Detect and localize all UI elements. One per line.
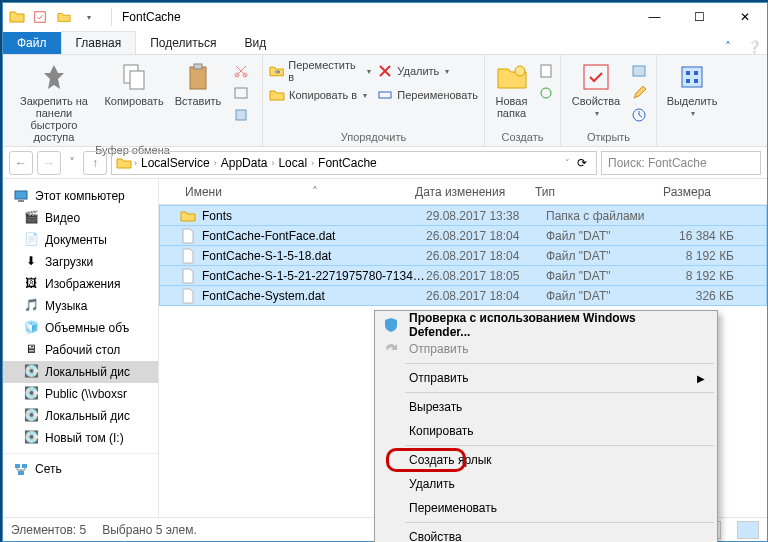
address-bar: ← → ˅ ↑ › LocalService› AppData› Local› … [3, 147, 767, 179]
new-folder-icon [496, 61, 528, 93]
chevron-right-icon: ▶ [697, 373, 705, 384]
nav-this-pc[interactable]: Этот компьютер [3, 185, 158, 207]
tab-share[interactable]: Поделиться [136, 32, 230, 54]
delete-ribbon[interactable]: Удалить▾ [377, 61, 478, 81]
new-folder[interactable]: Новая папка [491, 59, 532, 119]
file-row[interactable]: FontCache-S-1-5-21-2271975780-713428…26.… [159, 265, 767, 286]
nav-item[interactable]: 🖥Рабочий стол [3, 339, 158, 361]
ctx-copy[interactable]: Копировать [377, 419, 715, 443]
view-large[interactable] [737, 521, 759, 539]
ctx-delete[interactable]: Удалить [377, 472, 715, 496]
svg-rect-13 [584, 65, 608, 89]
nav-item[interactable]: 🖼Изображения [3, 273, 158, 295]
pin-quick-access[interactable]: Закрепить на панели быстрого доступа [9, 59, 99, 143]
search-input[interactable]: Поиск: FontCache [601, 151, 761, 175]
ctx-shortcut[interactable]: Создать ярлык [377, 448, 715, 472]
open-small[interactable] [631, 61, 647, 81]
pc-icon [13, 188, 29, 204]
navigation-pane[interactable]: Этот компьютер 🎬Видео📄Документы⬇Загрузки… [3, 179, 159, 517]
select-button[interactable]: Выделить▾ [663, 59, 721, 118]
group-label-organize: Упорядочить [269, 130, 478, 144]
rename-ribbon[interactable]: Переименовать [377, 85, 478, 105]
column-headers[interactable]: Имени˄ Дата изменения Тип Размера [159, 179, 767, 205]
copy-path-small[interactable] [233, 83, 249, 103]
ribbon: Закрепить на панели быстрого доступа Коп… [3, 55, 767, 147]
nav-item[interactable]: ⬇Загрузки [3, 251, 158, 273]
context-menu: Проверка с использованием Windows Defend… [374, 310, 718, 542]
rename-icon [377, 87, 393, 103]
up-button[interactable]: ↑ [83, 151, 107, 175]
ctx-sendto[interactable]: Отправить▶ [377, 366, 715, 390]
pin-icon [38, 61, 70, 93]
tab-home[interactable]: Главная [61, 31, 137, 54]
cut-small[interactable] [233, 61, 249, 81]
tab-file[interactable]: Файл [3, 32, 61, 54]
back-button[interactable]: ← [9, 151, 33, 175]
status-selected: Выбрано 5 элем. [102, 523, 197, 537]
nav-item-icon: 🖼 [23, 276, 39, 292]
paste-shortcut-small[interactable] [233, 105, 249, 125]
svg-rect-2 [130, 71, 144, 89]
edit-small[interactable] [631, 83, 647, 103]
nav-item[interactable]: 📄Документы [3, 229, 158, 251]
nav-item-icon: 🖥 [23, 342, 39, 358]
ctx-rename[interactable]: Переименовать [377, 496, 715, 520]
nav-item[interactable]: 💽Локальный дис [3, 361, 158, 383]
col-name[interactable]: Имени˄ [179, 185, 409, 199]
folder-icon [9, 9, 25, 25]
col-type[interactable]: Тип [529, 185, 637, 199]
nav-item[interactable]: 💽Локальный дис [3, 405, 158, 427]
svg-rect-21 [15, 191, 27, 199]
svg-rect-20 [694, 79, 698, 83]
breadcrumb[interactable]: › LocalService› AppData› Local› FontCach… [111, 151, 597, 175]
nav-item[interactable]: 💽Новый том (I:) [3, 427, 158, 449]
col-size[interactable]: Размера [637, 185, 717, 199]
nav-item[interactable]: 💽Public (\\vboxsr [3, 383, 158, 405]
ctx-sendto-disabled: Отправить [377, 337, 715, 361]
history-small[interactable] [631, 105, 647, 125]
nav-item[interactable]: 🧊Объемные объ [3, 317, 158, 339]
easy-access-small[interactable] [538, 83, 554, 103]
nav-item-icon: 🎵 [23, 298, 39, 314]
svg-rect-0 [35, 12, 46, 23]
select-icon [676, 61, 708, 93]
refresh-button[interactable]: ⟳ [572, 156, 592, 170]
breadcrumb-dropdown[interactable]: ˅ [565, 158, 570, 168]
copy-to[interactable]: Копировать в▾ [269, 85, 371, 105]
file-row[interactable]: Fonts29.08.2017 13:38Папка с файлами [159, 205, 767, 226]
help-button[interactable]: ❔ [741, 40, 767, 54]
qat-new-folder[interactable] [53, 6, 75, 28]
network-icon [13, 461, 29, 477]
titlebar: ▾ FontCache — ☐ ✕ [3, 3, 767, 31]
file-row[interactable]: FontCache-FontFace.dat26.08.2017 18:04Фа… [159, 225, 767, 246]
paste-button[interactable]: Вставить [169, 59, 227, 107]
qat-dropdown[interactable]: ▾ [77, 6, 99, 28]
svg-rect-8 [236, 110, 246, 120]
recent-button[interactable]: ˅ [65, 151, 79, 175]
svg-rect-24 [22, 464, 27, 468]
qat-properties[interactable] [29, 6, 51, 28]
nav-item-icon: 🧊 [23, 320, 39, 336]
tab-view[interactable]: Вид [230, 32, 280, 54]
nav-network[interactable]: Сеть [3, 458, 158, 480]
ctx-properties[interactable]: Свойства [377, 525, 715, 542]
ribbon-collapse[interactable]: ˄ [715, 40, 741, 54]
copy-button[interactable]: Копировать [105, 59, 163, 107]
file-row[interactable]: FontCache-System.dat26.08.2017 18:04Файл… [159, 285, 767, 306]
close-button[interactable]: ✕ [722, 3, 767, 31]
nav-item[interactable]: 🎵Музыка [3, 295, 158, 317]
ctx-cut[interactable]: Вырезать [377, 395, 715, 419]
ctx-defender[interactable]: Проверка с использованием Windows Defend… [377, 313, 715, 337]
folder-icon [116, 155, 132, 171]
svg-point-10 [515, 66, 525, 76]
forward-button[interactable]: → [37, 151, 61, 175]
move-to[interactable]: Переместить в▾ [269, 61, 371, 81]
minimize-button[interactable]: — [632, 3, 677, 31]
col-date[interactable]: Дата изменения [409, 185, 529, 199]
nav-item-icon: 💽 [23, 430, 39, 446]
new-item-small[interactable] [538, 61, 554, 81]
file-row[interactable]: FontCache-S-1-5-18.dat26.08.2017 18:04Фа… [159, 245, 767, 266]
maximize-button[interactable]: ☐ [677, 3, 722, 31]
properties-button[interactable]: Свойства▾ [567, 59, 625, 118]
nav-item[interactable]: 🎬Видео [3, 207, 158, 229]
